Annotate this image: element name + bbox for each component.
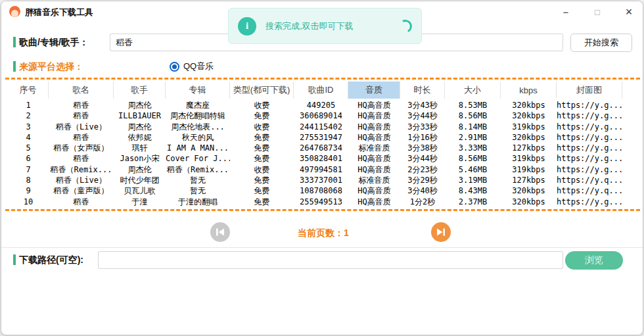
table-cell: 稻香 [49, 100, 114, 110]
dashed-divider-bottom [5, 209, 640, 211]
table-cell: https://y.g... [557, 100, 622, 110]
table-row[interactable]: 7稻香（Remix...周杰伦稻香（Remix...收费497994581HQ高… [8, 164, 637, 175]
table-cell: 于潼的翻唱 [166, 197, 230, 207]
window-title: 胖猫音乐下载工具 [25, 7, 93, 18]
table-cell: 127kbps [501, 175, 557, 185]
results-table: 序号歌名歌手专辑类型(都可下载)歌曲ID音质时长大小kbps封面图 1稻香周杰伦… [8, 82, 637, 207]
table-cell: 449205 [294, 100, 348, 110]
table-cell: https://y.g... [557, 197, 622, 207]
table-cell: 7 [8, 164, 49, 175]
table-cell-spacer [622, 175, 637, 185]
table-cell: 4 [8, 132, 49, 143]
column-header[interactable]: 时长 [400, 82, 445, 99]
table-cell: 333737001 [294, 175, 348, 185]
table-cell: HQ高音质 [348, 164, 400, 175]
platform-label-group: 来源平台选择： [13, 60, 83, 73]
table-cell-spacer [622, 132, 637, 143]
table-row[interactable]: 1稻香周杰伦魔杰座收费449205HQ高音质3分43秒8.53MB320kbps… [8, 100, 637, 110]
table-cell: 暂无 [166, 185, 230, 196]
platform-radio-qq-music[interactable]: QQ音乐 [170, 60, 214, 72]
loading-spinner-icon [397, 18, 413, 34]
table-row[interactable]: 8稻香（Live）时代少年团暂无免费333737001标准音质3分29秒3.19… [8, 175, 637, 185]
table-cell: 稻香（女声版） [49, 143, 114, 153]
table-cell: I AM A MAN... [166, 143, 230, 153]
previous-page-button[interactable] [210, 222, 230, 242]
next-page-button[interactable] [431, 222, 451, 242]
table-cell: 免费 [230, 110, 294, 121]
table-cell: 3分40秒 [400, 185, 445, 196]
table-row[interactable]: 10稻香于潼于潼的翻唱免费255949513HQ高音质1分2秒2.37MB320… [8, 197, 637, 207]
table-cell: 108708068 [294, 185, 348, 196]
table-cell: 周杰伦翻唱特辑 [166, 110, 230, 121]
table-cell: 9 [8, 185, 49, 196]
column-header[interactable]: 歌手 [114, 82, 166, 99]
column-header[interactable]: 大小 [445, 82, 501, 99]
table-header-row: 序号歌名歌手专辑类型(都可下载)歌曲ID音质时长大小kbps封面图 [8, 82, 637, 99]
table-cell: 360689014 [294, 110, 348, 121]
table-cell: 标准音质 [348, 143, 400, 153]
table-row[interactable]: 5稻香（女声版）琪轩I AM A MAN...免费264768734标准音质3分… [8, 143, 637, 153]
table-cell: https://y.g... [557, 122, 622, 132]
table-cell: 3分43秒 [400, 100, 445, 110]
table-cell: 8.43MB [445, 185, 501, 196]
radio-selected-icon[interactable] [170, 62, 179, 72]
table-cell: 收费 [230, 100, 294, 110]
table-cell: 3.19MB [445, 175, 501, 185]
table-cell: HQ高音质 [348, 185, 400, 196]
toast-message: 搜索完成,双击即可下载 [265, 20, 399, 32]
table-cell: 8.56MB [445, 110, 501, 121]
table-cell: Jason小宋 [114, 153, 166, 164]
app-window: 胖猫音乐下载工具 − □ × i 搜索完成,双击即可下载 歌曲/专辑/歌手： 开… [1, 1, 643, 335]
table-row[interactable]: 9稻香（童声版）贝瓦儿歌暂无免费108708068HQ高音质3分40秒8.43M… [8, 185, 637, 196]
table-cell: 319kbps [501, 153, 557, 164]
column-header[interactable]: kbps [501, 82, 557, 99]
table-row[interactable]: 4稻香依邦妮秋天的风免费275531947HQ高音质1分16秒2.91MB320… [8, 132, 637, 143]
accent-bar-icon [13, 37, 16, 47]
table-cell: https://y.q... [557, 175, 622, 185]
table-cell-spacer [622, 185, 637, 196]
table-cell: 5 [8, 143, 49, 153]
table-cell: 免费 [230, 143, 294, 153]
table-cell: 稻香（童声版） [49, 185, 114, 196]
table-cell: 稻香（Live） [49, 122, 114, 132]
table-cell: 255949513 [294, 197, 348, 207]
column-header[interactable]: 类型(都可下载) [230, 82, 294, 99]
table-row[interactable]: 6稻香Jason小宋Cover For J...免费350828401HQ高音质… [8, 153, 637, 164]
column-header[interactable]: 专辑 [166, 82, 230, 99]
table-row[interactable]: 2稻香ILLB1AUER周杰伦翻唱特辑免费360689014HQ高音质3分44秒… [8, 110, 637, 121]
table-cell: HQ高音质 [348, 100, 400, 110]
close-icon[interactable]: × [623, 5, 635, 19]
column-header[interactable]: 歌曲ID [294, 82, 348, 99]
table-cell: 319kbps [501, 122, 557, 132]
table-cell: 1分16秒 [400, 132, 445, 143]
table-cell: 免费 [230, 197, 294, 207]
dashed-divider-top [5, 78, 640, 80]
maximize-icon[interactable]: □ [591, 7, 603, 17]
start-search-button[interactable]: 开始搜索 [570, 34, 632, 52]
download-path-input[interactable] [98, 251, 563, 269]
column-header[interactable]: 音质 [348, 82, 400, 99]
window-controls: − □ × [560, 1, 635, 22]
browse-button[interactable]: 浏览 [565, 251, 623, 270]
column-header[interactable]: 序号 [8, 82, 49, 99]
column-header[interactable]: 歌名 [49, 82, 114, 99]
table-cell: 275531947 [294, 132, 348, 143]
column-header[interactable]: 封面图 [557, 82, 622, 99]
current-page-number: 1 [344, 228, 349, 238]
platform-label: 来源平台选择： [19, 61, 83, 72]
table-row[interactable]: 3稻香（Live）周杰伦周杰伦地表...收费244115402HQ高音质3分33… [8, 122, 637, 132]
table-cell: ILLB1AUER [114, 110, 166, 121]
table-cell: 3分38秒 [400, 143, 445, 153]
table-cell: 秋天的风 [166, 132, 230, 143]
table-cell: 320kbps [501, 197, 557, 207]
table-cell: 1 [8, 100, 49, 110]
table-cell: 周杰伦 [114, 100, 166, 110]
table-cell: 8.56MB [445, 153, 501, 164]
table-cell: 2 [8, 110, 49, 121]
minimize-icon[interactable]: − [560, 7, 572, 18]
accent-bar-icon [13, 254, 16, 265]
table-cell: 稻香 [49, 197, 114, 207]
table-cell: 319kbps [501, 164, 557, 175]
table-cell: https://y.g... [557, 110, 622, 121]
app-icon [9, 6, 20, 17]
